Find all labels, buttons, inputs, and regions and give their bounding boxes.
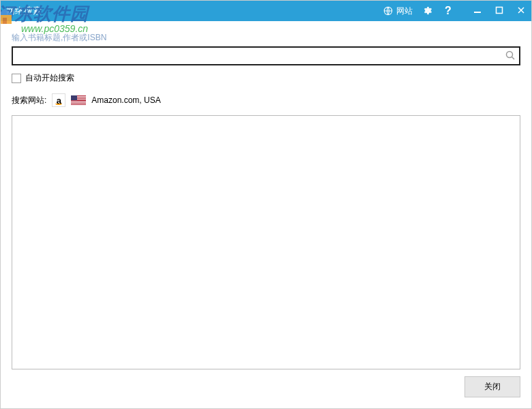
search-site-row: 搜索网站: a Amazon.com, USA	[12, 93, 520, 107]
minimize-button[interactable]	[473, 6, 482, 16]
svg-rect-2	[497, 7, 503, 13]
close-button[interactable]: 关闭	[464, 376, 520, 397]
search-field-container	[12, 46, 520, 65]
magnifier-icon	[505, 50, 516, 63]
auto-search-row: 自动开始搜索	[12, 72, 520, 84]
results-area	[12, 115, 520, 369]
website-label: 网站	[396, 5, 413, 17]
search-site-name[interactable]: Amazon.com, USA	[91, 95, 160, 105]
maximize-icon	[495, 6, 503, 16]
amazon-icon: a	[52, 93, 65, 107]
search-site-label: 搜索网站:	[12, 95, 46, 106]
content-area: 河东软件园 www.pc0359.cn 输入书籍标题,作者或ISBN 自动开始搜…	[1, 21, 531, 408]
svg-rect-1	[474, 12, 481, 13]
minimize-icon	[473, 6, 482, 16]
window-title: 网络搜索	[6, 5, 42, 17]
help-icon: ?	[443, 5, 454, 16]
close-icon	[517, 6, 525, 16]
search-hint: 输入书籍标题,作者或ISBN	[12, 32, 520, 44]
settings-button[interactable]	[422, 5, 433, 16]
titlebar: 网络搜索 网站 ?	[1, 1, 531, 21]
svg-point-6	[507, 51, 513, 57]
auto-search-label: 自动开始搜索	[25, 72, 74, 84]
help-button[interactable]: ?	[443, 5, 454, 16]
usa-flag-icon	[71, 95, 86, 105]
close-window-button[interactable]	[516, 6, 526, 16]
website-button[interactable]: 网站	[383, 5, 413, 17]
footer: 关闭	[12, 376, 520, 397]
search-input[interactable]	[13, 48, 501, 64]
auto-search-checkbox[interactable]	[12, 74, 21, 83]
gear-icon	[422, 5, 433, 16]
maximize-button[interactable]	[494, 6, 504, 16]
globe-icon	[383, 5, 394, 16]
search-button[interactable]	[501, 48, 519, 64]
